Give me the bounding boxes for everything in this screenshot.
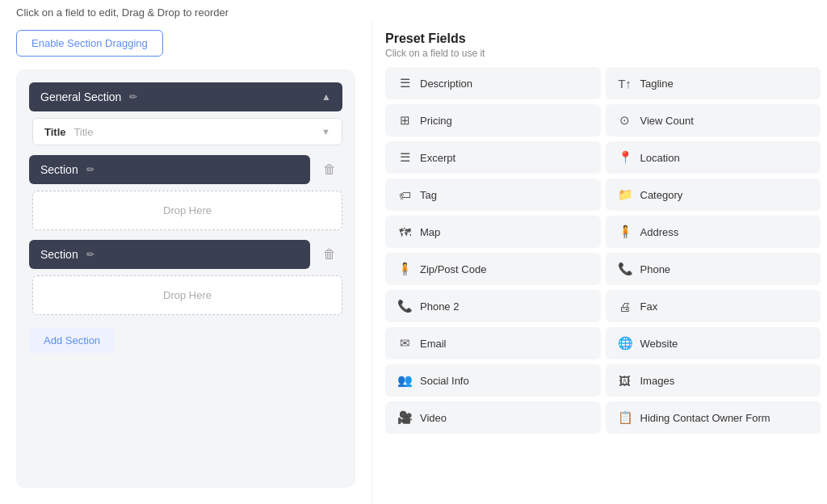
preset-field-fax[interactable]: 🖨Fax xyxy=(606,290,821,322)
add-section-button[interactable]: Add Section xyxy=(29,328,115,353)
preset-field-phone[interactable]: 📞Phone xyxy=(606,253,821,285)
top-hint: Click on a field to edit, Drag & Drop to… xyxy=(0,0,827,22)
preset-field-icon: ☰ xyxy=(397,150,412,165)
preset-field-label: Social Info xyxy=(420,375,469,387)
preset-field-icon: 🧍 xyxy=(397,262,412,276)
preset-fields-hint: Click on a field to use it xyxy=(372,48,827,67)
preset-field-email[interactable]: ✉Email xyxy=(385,327,601,359)
edit-icon: ✏ xyxy=(128,91,139,103)
preset-field-address[interactable]: 🧍Address xyxy=(606,216,821,248)
title-field-label: Title xyxy=(44,126,66,138)
preset-field-tagline[interactable]: T↑Tagline xyxy=(606,67,821,99)
preset-field-label: Map xyxy=(420,226,440,238)
preset-field-label: Images xyxy=(640,375,675,387)
preset-fields-grid: ☰DescriptionT↑Tagline⊞Pricing⊙View Count… xyxy=(385,67,821,434)
preset-field-icon: 🎥 xyxy=(397,410,412,425)
section-1-wrap: Section ✏ 🗑 xyxy=(29,155,342,184)
preset-field-label: Tag xyxy=(420,189,437,201)
preset-field-label: Tagline xyxy=(640,78,674,90)
preset-field-label: Phone 2 xyxy=(420,300,459,313)
preset-field-icon: 📋 xyxy=(618,410,632,425)
preset-field-tag[interactable]: 🏷Tag xyxy=(385,178,601,211)
left-panel: Enable Section Dragging General Section … xyxy=(0,22,372,504)
preset-field-icon: 🧍 xyxy=(618,225,632,239)
right-panel: Preset Fields Click on a field to use it… xyxy=(372,22,827,504)
section-2-delete-button[interactable]: 🗑 xyxy=(317,242,342,267)
preset-field-label: Address xyxy=(640,226,679,238)
section-2-wrap: Section ✏ 🗑 xyxy=(29,240,342,269)
preset-field-icon: 🗺 xyxy=(397,225,412,239)
preset-field-label: Phone xyxy=(640,263,671,275)
edit-icon: ✏ xyxy=(85,164,96,175)
preset-field-label: Description xyxy=(420,78,472,90)
preset-field-pricing[interactable]: ⊞Pricing xyxy=(385,104,601,136)
preset-field-label: Fax xyxy=(640,300,658,313)
preset-field-social-info[interactable]: 👥Social Info xyxy=(385,364,601,397)
preset-field-zip-post-code[interactable]: 🧍Zip/Post Code xyxy=(385,253,601,285)
preset-field-icon: ⊞ xyxy=(397,113,412,128)
general-section-label: General Section xyxy=(40,90,121,103)
preset-field-label: Category xyxy=(640,189,683,201)
preset-field-label: Email xyxy=(420,338,447,350)
preset-field-label: View Count xyxy=(640,115,694,127)
preset-field-icon: ✉ xyxy=(397,336,412,351)
preset-fields-title: Preset Fields xyxy=(372,32,827,48)
preset-field-icon: 🏷 xyxy=(397,188,412,202)
drop-zone-2-label: Drop Here xyxy=(163,289,212,301)
drop-zone-1: Drop Here xyxy=(32,191,342,230)
section-2-header[interactable]: Section ✏ xyxy=(29,240,310,269)
preset-field-location[interactable]: 📍Location xyxy=(606,141,821,174)
trash-icon: 🗑 xyxy=(323,247,336,262)
drop-zone-2: Drop Here xyxy=(32,275,342,315)
preset-field-label: Zip/Post Code xyxy=(420,263,486,275)
preset-field-label: Excerpt xyxy=(420,152,455,164)
preset-field-phone-2[interactable]: 📞Phone 2 xyxy=(385,290,601,322)
preset-field-icon: 🖼 xyxy=(618,374,632,388)
preset-field-icon: T↑ xyxy=(618,77,632,90)
preset-field-images[interactable]: 🖼Images xyxy=(606,364,821,397)
drop-zone-1-label: Drop Here xyxy=(163,204,212,216)
preset-field-description[interactable]: ☰Description xyxy=(385,67,601,99)
chevron-up-icon: ▲ xyxy=(321,91,331,103)
preset-field-label: Video xyxy=(420,412,447,424)
preset-field-website[interactable]: 🌐Website xyxy=(606,327,821,359)
chevron-down-icon: ▼ xyxy=(321,127,330,136)
preset-field-icon: 📍 xyxy=(618,150,632,165)
preset-field-icon: ☰ xyxy=(397,76,412,90)
section-1-header[interactable]: Section ✏ xyxy=(29,155,310,184)
preset-field-excerpt[interactable]: ☰Excerpt xyxy=(385,141,601,174)
general-section-header[interactable]: General Section ✏ ▲ xyxy=(29,82,342,111)
edit-icon: ✏ xyxy=(85,249,96,260)
preset-field-label: Hiding Contact Owner Form xyxy=(640,412,770,424)
preset-field-category[interactable]: 📁Category xyxy=(606,178,821,211)
preset-field-icon: 📞 xyxy=(618,262,632,276)
preset-field-view-count[interactable]: ⊙View Count xyxy=(606,104,821,136)
preset-field-label: Website xyxy=(640,338,678,350)
trash-icon: 🗑 xyxy=(323,162,336,177)
preset-field-icon: 🌐 xyxy=(618,336,632,351)
preset-field-icon: 🖨 xyxy=(618,300,632,313)
title-field-row[interactable]: Title Title ▼ xyxy=(32,118,342,145)
builder-card: General Section ✏ ▲ Title Title ▼ Sectio… xyxy=(16,69,355,488)
section-1-label: Section xyxy=(40,163,78,176)
preset-field-icon: 👥 xyxy=(397,373,412,388)
preset-field-icon: 📁 xyxy=(618,187,632,202)
preset-field-icon: 📞 xyxy=(397,299,412,313)
section-1-delete-button[interactable]: 🗑 xyxy=(317,157,342,183)
preset-field-map[interactable]: 🗺Map xyxy=(385,216,601,248)
title-field-placeholder: Title xyxy=(73,126,93,138)
preset-field-hiding-contact-owner-form[interactable]: 📋Hiding Contact Owner Form xyxy=(606,401,821,434)
preset-field-label: Pricing xyxy=(420,115,452,127)
preset-field-icon: ⊙ xyxy=(618,113,632,128)
enable-section-dragging-button[interactable]: Enable Section Dragging xyxy=(16,30,163,57)
preset-field-video[interactable]: 🎥Video xyxy=(385,401,601,434)
preset-field-label: Location xyxy=(640,152,680,164)
preset-fields-scroll[interactable]: ☰DescriptionT↑Tagline⊞Pricing⊙View Count… xyxy=(372,67,827,504)
section-2-label: Section xyxy=(40,248,78,261)
